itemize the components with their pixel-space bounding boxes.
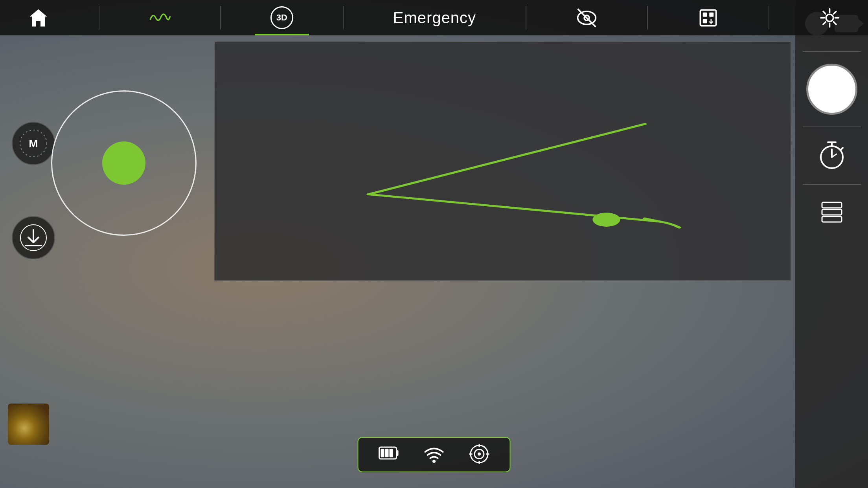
svg-rect-38 — [822, 209, 842, 215]
joystick-knob — [102, 141, 145, 185]
wave-icon — [149, 7, 171, 29]
top-navigation: 3D Emergency — [0, 0, 868, 35]
gps-icon — [469, 443, 490, 466]
nav-3d[interactable]: 3D — [255, 0, 309, 35]
thumbnail[interactable] — [8, 404, 49, 445]
nav-divider-2 — [220, 6, 221, 29]
emergency-label: Emergency — [393, 9, 476, 27]
timer-button[interactable] — [816, 139, 848, 172]
mode-icon: M — [18, 128, 49, 159]
layers-button[interactable] — [816, 196, 848, 229]
mode-button[interactable]: M — [12, 122, 55, 165]
right-panel-divider-2 — [803, 127, 861, 127]
battery-icon — [378, 443, 400, 466]
left-panel: M — [0, 35, 220, 488]
nav-divider-1 — [99, 6, 99, 29]
crosshair-icon — [576, 7, 598, 29]
svg-text:M: M — [29, 138, 38, 150]
right-panel-divider-3 — [803, 184, 861, 185]
svg-rect-19 — [397, 450, 399, 456]
nav-divider-6 — [769, 6, 769, 29]
main-content: M — [0, 35, 868, 488]
shutter-button[interactable] — [806, 64, 857, 115]
nav-import[interactable] — [682, 0, 735, 35]
svg-rect-5 — [709, 12, 714, 17]
nav-divider-4 — [526, 6, 526, 29]
flight-path — [215, 42, 791, 280]
svg-line-15 — [368, 124, 645, 194]
import-icon — [697, 7, 719, 29]
svg-rect-37 — [822, 202, 842, 208]
right-panel — [795, 0, 868, 488]
nav-divider-5 — [647, 6, 648, 29]
joystick[interactable] — [51, 90, 197, 236]
home-icon — [28, 7, 49, 29]
svg-point-7 — [826, 14, 833, 21]
svg-rect-3 — [700, 10, 716, 26]
svg-rect-39 — [822, 216, 842, 222]
svg-rect-20 — [381, 449, 384, 457]
svg-point-26 — [478, 452, 481, 455]
threed-icon: 3D — [270, 6, 293, 29]
land-button[interactable] — [12, 216, 55, 259]
svg-point-17 — [592, 213, 620, 227]
svg-rect-22 — [390, 449, 393, 457]
camera-view — [214, 41, 791, 281]
land-icon — [20, 224, 47, 251]
nav-wave[interactable] — [133, 0, 186, 35]
timer-icon — [816, 139, 848, 171]
nav-home[interactable] — [12, 0, 65, 35]
right-panel-divider-1 — [803, 51, 861, 52]
wifi-icon — [423, 443, 445, 466]
layers-icon — [816, 196, 848, 228]
svg-rect-21 — [385, 449, 389, 457]
nav-settings[interactable] — [803, 0, 856, 35]
nav-crosshair[interactable] — [560, 0, 613, 35]
svg-rect-6 — [703, 19, 707, 23]
status-bar — [358, 437, 511, 472]
svg-line-36 — [840, 148, 843, 150]
svg-point-23 — [432, 460, 436, 463]
settings-icon — [819, 7, 840, 29]
nav-emergency[interactable]: Emergency — [377, 0, 492, 35]
nav-divider-3 — [343, 6, 344, 29]
svg-rect-4 — [703, 12, 707, 17]
thumbnail-image — [8, 404, 49, 445]
